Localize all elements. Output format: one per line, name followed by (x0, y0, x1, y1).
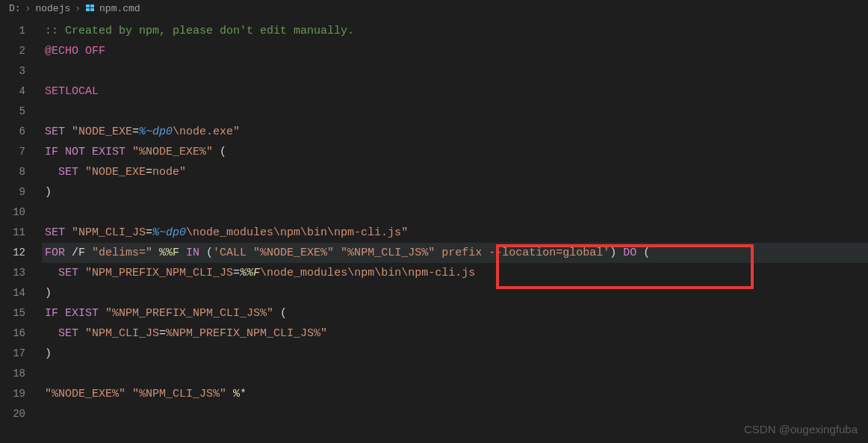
line-number: 19 (0, 384, 42, 404)
line-number: 16 (0, 323, 42, 344)
line-number: 11 (0, 223, 42, 243)
line-number-gutter: 1 2 3 4 5 6 7 8 9 10 11 12 13 14 15 16 1… (0, 16, 42, 443)
code-line[interactable] (42, 61, 868, 81)
line-number: 15 (0, 303, 42, 323)
line-number: 13 (0, 263, 42, 283)
code-line[interactable]: SET "NODE_EXE=%~dp0\node.exe" (42, 122, 868, 142)
code-line[interactable]: ) (42, 182, 868, 202)
line-number: 17 (0, 344, 42, 364)
breadcrumb-folder[interactable]: nodejs (35, 3, 70, 14)
line-number: 2 (0, 41, 42, 61)
code-line[interactable]: IF NOT EXIST "%NODE_EXE%" ( (42, 142, 868, 162)
code-line[interactable]: SET "NPM_CLI_JS=%NPM_PREFIX_NPM_CLI_JS%" (42, 323, 868, 344)
code-line[interactable]: SET "NPM_CLI_JS=%~dp0\node_modules\npm\b… (42, 223, 868, 243)
breadcrumb-drive[interactable]: D: (9, 3, 21, 14)
code-line[interactable]: IF EXIST "%NPM_PREFIX_NPM_CLI_JS%" ( (42, 303, 868, 323)
line-number: 18 (0, 364, 42, 384)
breadcrumb[interactable]: D: › nodejs › npm.cmd (0, 0, 868, 16)
code-line[interactable]: :: Created by npm, please don't edit man… (42, 21, 868, 41)
line-number: 6 (0, 122, 42, 142)
code-line[interactable]: ) (42, 344, 868, 364)
line-number: 4 (0, 81, 42, 102)
windows-file-icon (85, 3, 96, 13)
line-number: 5 (0, 102, 42, 122)
line-number: 12 (0, 243, 42, 263)
chevron-right-icon: › (25, 3, 31, 14)
line-number: 1 (0, 21, 42, 41)
code-line[interactable]: "%NODE_EXE%" "%NPM_CLI_JS%" %* (42, 384, 868, 404)
line-number: 14 (0, 283, 42, 303)
code-line[interactable] (42, 102, 868, 122)
svg-rect-1 (90, 4, 94, 7)
watermark: CSDN @ougexingfuba (744, 423, 858, 436)
line-number: 20 (0, 404, 42, 424)
chevron-right-icon: › (75, 3, 81, 14)
breadcrumb-file[interactable]: npm.cmd (99, 3, 140, 14)
code-line[interactable]: ) (42, 283, 868, 303)
code-line[interactable] (42, 404, 868, 424)
code-line[interactable]: FOR /F "delims=" %%F IN ('CALL "%NODE_EX… (42, 243, 868, 263)
code-area[interactable]: :: Created by npm, please don't edit man… (42, 16, 868, 443)
code-line[interactable]: SETLOCAL (42, 81, 868, 102)
code-line[interactable] (42, 202, 868, 223)
line-number: 10 (0, 202, 42, 223)
code-line[interactable]: SET "NODE_EXE=node" (42, 162, 868, 182)
line-number: 8 (0, 162, 42, 182)
code-editor[interactable]: 1 2 3 4 5 6 7 8 9 10 11 12 13 14 15 16 1… (0, 16, 868, 443)
svg-rect-2 (86, 8, 90, 11)
line-number: 3 (0, 61, 42, 81)
line-number: 9 (0, 182, 42, 202)
svg-rect-3 (90, 8, 94, 11)
code-line[interactable] (42, 364, 868, 384)
svg-rect-0 (86, 4, 90, 7)
line-number: 7 (0, 142, 42, 162)
code-line[interactable]: SET "NPM_PREFIX_NPM_CLI_JS=%%F\node_modu… (42, 263, 868, 283)
code-line[interactable]: @ECHO OFF (42, 41, 868, 61)
